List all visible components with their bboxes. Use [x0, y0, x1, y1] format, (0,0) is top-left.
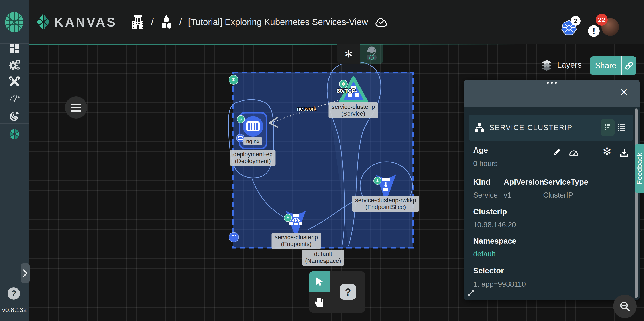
support-agent-icon [364, 46, 379, 62]
node-label-endpointslice[interactable]: service-clusterip-rwkkp (EndpointSlice) [352, 196, 419, 212]
kind-value: Service [473, 191, 498, 199]
sidebar-item-dashboard[interactable] [0, 41, 29, 56]
notification-bell-button[interactable]: ! [588, 25, 600, 37]
resource-title-bar: SERVICE-CLUSTERIP [469, 114, 633, 141]
design-title[interactable]: [Tutorial] Exploring Kubernetes Services… [188, 17, 368, 27]
kanvas-diamond-icon [36, 13, 50, 31]
meshsync-badge[interactable]: ✻ [237, 115, 245, 123]
zoom-in-icon [619, 300, 631, 312]
age-label: Age [473, 146, 488, 154]
meshsync-badge[interactable]: ✻ [284, 214, 292, 222]
panel-scrollbar[interactable] [635, 108, 638, 298]
layers-control[interactable]: Layers [541, 59, 582, 71]
sidebar-item-kanvas[interactable] [0, 126, 29, 142]
selector-label: Selector [473, 266, 504, 275]
age-value: 0 hours [473, 160, 498, 168]
node-label-namespace[interactable]: default (Namespace) [302, 250, 344, 266]
help-glyph: ? [11, 289, 16, 298]
sidebar: ? v0.8.132 [0, 0, 29, 321]
meshery-ball-logo-icon[interactable] [4, 12, 24, 33]
meshsync-badge[interactable]: ✻ [229, 75, 238, 85]
app-version: v0.8.132 [0, 306, 29, 314]
clusterip-label: ClusterIp [473, 207, 507, 216]
sidebar-item-lifecycle[interactable] [0, 57, 29, 73]
hand-icon [314, 297, 324, 308]
sidebar-expand-button[interactable] [21, 263, 30, 283]
feedback-tab[interactable]: Feedback [635, 144, 644, 193]
meshery-spiral-icon: ✻ [344, 49, 353, 59]
detail-list-icon [604, 124, 612, 132]
kanvas-logo[interactable]: KANVAS [36, 13, 117, 31]
download-button[interactable] [619, 148, 630, 158]
detail-view-toggle[interactable] [601, 119, 614, 136]
node-label-endpoints[interactable]: service-clusterip (Endpoints) [272, 233, 321, 249]
servicetype-value: ClusterIP [543, 191, 573, 199]
download-icon [620, 148, 629, 158]
selector-value: 1. app=9988110 [473, 280, 526, 288]
chevron-right-icon [23, 269, 28, 277]
speedometer-icon [8, 92, 20, 102]
shapes-icon [160, 15, 173, 29]
select-tool-button[interactable] [309, 271, 330, 292]
sidebar-divider [0, 144, 29, 144]
kanvas-app: { "icons": { "spiral_glyph": "✻", "close… [0, 0, 644, 321]
servicetype-header: ServiceType [543, 178, 588, 186]
canvas-menu-button[interactable] [65, 96, 87, 118]
edit-button[interactable] [552, 147, 562, 158]
sidebar-item-performance[interactable] [0, 90, 29, 105]
zoom-button[interactable] [613, 294, 637, 318]
save-status [375, 17, 388, 27]
edge-label: network [297, 106, 316, 112]
dashed-rect-icon [232, 236, 236, 239]
dashed-rect-icon [238, 136, 242, 140]
mesh-extensions-icon [9, 110, 20, 121]
help-button[interactable]: ? [8, 287, 20, 300]
dashboard-icon [9, 43, 20, 54]
sidebar-item-extensions[interactable] [0, 108, 29, 123]
share-button[interactable]: Share [590, 61, 622, 70]
node-label-service[interactable]: service-clusterip (Service) [328, 102, 378, 118]
support-agent-dock-button[interactable] [360, 44, 383, 64]
sidebar-item-configuration[interactable] [0, 74, 29, 90]
meshsync-badge[interactable]: ✻ [374, 177, 382, 185]
menu-icon [71, 104, 82, 112]
canvas-help-button[interactable]: ? [340, 284, 356, 300]
apiversion-header: ApiVersion [504, 178, 544, 186]
canvas-tools: ? [309, 271, 366, 313]
organization-button[interactable] [131, 15, 145, 29]
meshsync-dock-button[interactable]: ✻ [337, 44, 360, 64]
namespace-value[interactable]: default [473, 250, 495, 258]
layers-icon [541, 59, 553, 71]
building-icon [131, 15, 145, 29]
breadcrumb-separator: / [151, 16, 154, 28]
details-panel: ✕ SERVICE-CLUSTERIP [464, 80, 640, 300]
namespace-label: Namespace [473, 236, 516, 246]
panel-resize-handle[interactable] [467, 289, 475, 298]
designs-button[interactable] [160, 15, 173, 29]
link-icon [624, 61, 634, 70]
node-label-deployment[interactable]: deployment-ec (Deployment) [230, 150, 276, 166]
selection-badge[interactable] [229, 232, 239, 242]
list-view-toggle[interactable] [614, 119, 628, 136]
kanvas-logo-text: KANVAS [54, 15, 117, 30]
gears-icon [8, 59, 20, 71]
layers-label: Layers [557, 60, 582, 70]
tools-right: ? [330, 271, 366, 313]
copy-link-button[interactable] [622, 61, 636, 70]
meshsync-resource-button[interactable]: ✻ [602, 146, 612, 157]
pencil-icon [552, 148, 562, 157]
cloud-saved-icon [375, 17, 388, 27]
cursor-icon [314, 276, 324, 287]
performance-gauge-button[interactable] [568, 148, 579, 158]
meshsync-badge[interactable]: ✻ [339, 80, 348, 88]
kubernetes-context-count-badge: 2 [571, 16, 580, 26]
close-panel-button[interactable]: ✕ [620, 87, 628, 97]
service-hierarchy-icon [474, 122, 484, 133]
notification-count-badge: 22 [596, 14, 608, 26]
pan-tool-button[interactable] [309, 292, 330, 312]
drag-handle-icon[interactable] [547, 82, 557, 84]
container-label-nginx[interactable]: nginx [244, 137, 262, 146]
panel-header[interactable]: ✕ [464, 80, 640, 107]
list-icon [617, 124, 626, 132]
kanvas-hexagon-icon [8, 128, 20, 140]
